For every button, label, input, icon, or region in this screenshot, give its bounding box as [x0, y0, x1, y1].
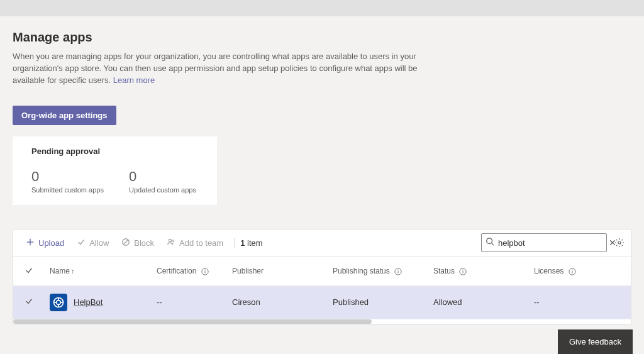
toolbar-separator — [235, 238, 235, 248]
svg-point-4 — [169, 239, 171, 241]
add-to-team-button: Add to team — [160, 230, 230, 257]
add-to-team-label: Add to team — [179, 238, 223, 248]
search-box[interactable]: ✕ — [481, 233, 607, 252]
pending-approval-title: Pending approval — [31, 147, 202, 156]
checkmark-icon — [77, 238, 86, 248]
search-icon — [486, 237, 494, 248]
cell-publishing-status: Published — [328, 285, 428, 319]
window-titlebar — [0, 0, 644, 16]
allow-button: Allow — [70, 230, 115, 257]
app-icon — [50, 294, 67, 311]
checkmark-icon — [25, 298, 33, 307]
allow-label: Allow — [89, 238, 109, 248]
block-label: Block — [134, 238, 154, 248]
table-toolbar: Upload Allow Block Add to team 1 item — [13, 230, 631, 257]
updated-label: Updated custom apps — [129, 186, 196, 194]
col-name[interactable]: Name↑ — [45, 257, 152, 286]
search-input[interactable] — [494, 238, 608, 248]
svg-line-3 — [124, 240, 128, 244]
updated-metric: 0 Updated custom apps — [129, 170, 196, 194]
item-count: 1 item — [240, 238, 262, 248]
cell-publisher: Cireson — [227, 285, 328, 319]
app-name-link[interactable]: HelpBot — [74, 297, 103, 307]
svg-point-8 — [618, 241, 621, 244]
item-count-value: 1 — [240, 238, 245, 248]
table-header-row: Name↑ Certification Publisher Publishing… — [13, 257, 631, 286]
item-count-label: item — [247, 238, 263, 248]
svg-point-11 — [204, 270, 205, 270]
info-icon[interactable] — [201, 268, 209, 275]
give-feedback-button[interactable]: Give feedback — [558, 329, 633, 354]
col-status-label: Status — [433, 267, 455, 275]
upload-button[interactable]: Upload — [19, 230, 70, 257]
block-button: Block — [115, 230, 160, 257]
svg-line-7 — [492, 243, 494, 246]
apps-table-container: Upload Allow Block Add to team 1 item — [13, 229, 631, 324]
submitted-count: 0 — [31, 170, 104, 184]
submitted-metric: 0 Submitted custom apps — [31, 170, 104, 194]
col-certification[interactable]: Certification — [152, 257, 227, 286]
cell-licenses: -- — [529, 285, 631, 319]
org-wide-settings-button[interactable]: Org-wide app settings — [13, 106, 116, 125]
table-row[interactable]: HelpBot -- Cireson Published Allowed -- — [13, 285, 631, 319]
apps-table: Name↑ Certification Publisher Publishing… — [13, 257, 631, 319]
plus-icon — [26, 238, 35, 248]
cell-status: Allowed — [428, 285, 529, 319]
cell-certification: -- — [152, 285, 227, 319]
svg-point-22 — [57, 300, 61, 304]
select-all-header[interactable] — [13, 257, 45, 286]
learn-more-link[interactable]: Learn more — [113, 75, 155, 85]
upload-label: Upload — [38, 238, 64, 248]
checkmark-icon — [25, 268, 33, 277]
submitted-label: Submitted custom apps — [31, 186, 104, 194]
sort-ascending-icon: ↑ — [71, 267, 75, 275]
svg-point-14 — [398, 270, 399, 270]
svg-point-6 — [487, 238, 492, 244]
col-publisher[interactable]: Publisher — [227, 257, 328, 286]
row-select[interactable] — [13, 285, 45, 319]
col-certification-label: Certification — [157, 267, 196, 275]
svg-point-17 — [463, 270, 464, 270]
col-licenses-label: Licenses — [534, 267, 564, 275]
info-icon[interactable] — [459, 268, 467, 275]
svg-point-20 — [572, 270, 572, 270]
col-status[interactable]: Status — [428, 257, 529, 286]
page-title: Manage apps — [13, 30, 631, 45]
settings-gear-icon[interactable] — [614, 238, 625, 248]
info-icon[interactable] — [569, 268, 576, 275]
block-icon — [121, 238, 130, 248]
svg-point-5 — [172, 240, 174, 241]
col-licenses[interactable]: Licenses — [529, 257, 631, 286]
updated-count: 0 — [129, 170, 196, 184]
pending-approval-card: Pending approval 0 Submitted custom apps… — [13, 136, 217, 205]
team-icon — [167, 238, 175, 248]
horizontal-scrollbar[interactable] — [13, 319, 631, 324]
info-icon[interactable] — [394, 268, 402, 275]
page-description: When you are managing apps for your orga… — [13, 51, 428, 87]
page-description-text: When you are managing apps for your orga… — [13, 52, 418, 85]
col-publishing-status-label: Publishing status — [333, 267, 390, 275]
col-name-label: Name — [50, 267, 70, 275]
col-publishing-status[interactable]: Publishing status — [328, 257, 428, 286]
